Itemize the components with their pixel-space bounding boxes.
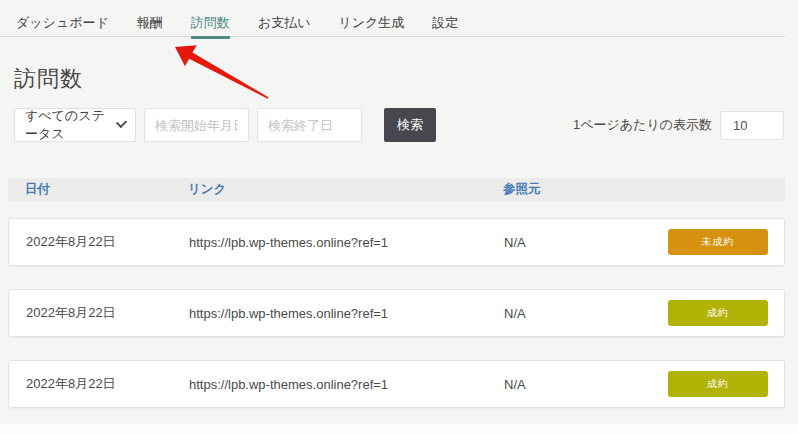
status-badge: 成約 [668,300,768,326]
status-select-value: すべてのステータス [25,107,118,143]
status-badge: 成約 [668,371,768,397]
search-end-date-input[interactable] [257,108,362,142]
nav-tab-5[interactable]: 設定 [429,0,461,36]
nav-tabs: ダッシュボード報酬訪問数お支払いリンク生成設定 [0,0,785,36]
filter-toolbar: すべてのステータス 検索 1ページあたりの表示数 [14,108,784,142]
per-page-label: 1ページあたりの表示数 [573,116,712,134]
status-select[interactable]: すべてのステータス [14,108,136,142]
column-header-date: 日付 [25,181,188,198]
visit-link: https://lpb.wp-themes.online?ref=1 [189,377,504,392]
per-page-input[interactable] [720,111,784,140]
nav-tab-4[interactable]: リンク生成 [335,0,407,36]
visit-link: https://lpb.wp-themes.online?ref=1 [189,235,504,250]
top-nav: ダッシュボード報酬訪問数お支払いリンク生成設定 [0,0,785,37]
table-header-row: 日付 リンク 参照元 [8,178,785,201]
column-header-link: リンク [188,181,503,198]
visit-date: 2022年8月22日 [26,233,189,251]
affiliate-visits-page: ダッシュボード報酬訪問数お支払いリンク生成設定 訪問数 すべてのステータス 検索… [0,0,798,434]
nav-tab-2-active[interactable]: 訪問数 [188,0,233,36]
visit-referrer: N/A [504,306,668,321]
nav-tab-3[interactable]: お支払い [255,0,314,36]
per-page-control: 1ページあたりの表示数 [573,111,784,140]
table-row: 2022年8月22日https://lpb.wp-themes.online?r… [8,360,785,408]
search-start-date-input[interactable] [144,108,249,142]
visits-table: 日付 リンク 参照元 2022年8月22日https://lpb.wp-them… [8,178,785,408]
nav-tab-0[interactable]: ダッシュボード [13,0,112,36]
page-bottom-edge [0,424,798,434]
main-content: 訪問数 すべてのステータス 検索 1ページあたりの表示数 日付 リンク 参照元 … [0,64,798,408]
status-badge: 未成約 [668,229,768,255]
visit-referrer: N/A [504,377,668,392]
table-row: 2022年8月22日https://lpb.wp-themes.online?r… [8,289,785,337]
page-title: 訪問数 [14,64,798,94]
visit-link: https://lpb.wp-themes.online?ref=1 [189,306,504,321]
nav-tab-1[interactable]: 報酬 [134,0,166,36]
column-header-referrer: 参照元 [503,181,785,198]
table-body: 2022年8月22日https://lpb.wp-themes.online?r… [8,218,785,408]
visit-date: 2022年8月22日 [26,304,189,322]
visit-referrer: N/A [504,235,668,250]
visit-date: 2022年8月22日 [26,375,189,393]
table-row: 2022年8月22日https://lpb.wp-themes.online?r… [8,218,785,266]
search-button[interactable]: 検索 [384,108,436,142]
